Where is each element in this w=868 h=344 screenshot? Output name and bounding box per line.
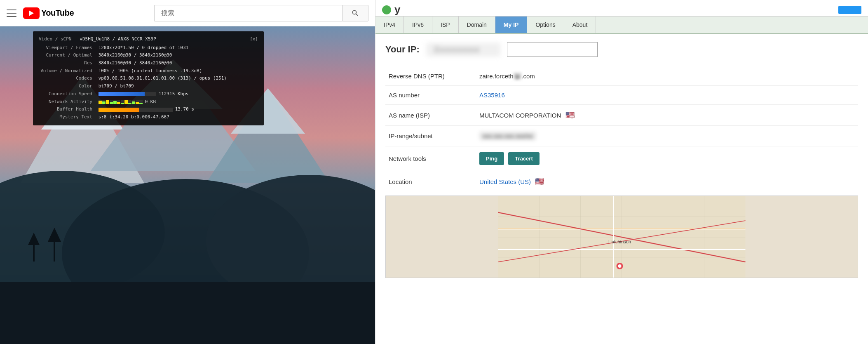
- buffer-value: 13.70 s: [175, 106, 194, 113]
- stats-row-volume: Volume / Normalized 100% / 100% (content…: [39, 67, 258, 75]
- youtube-logo-icon: [23, 7, 40, 19]
- viewport-value: 1280x720*1.50 / 0 dropped of 1031: [99, 44, 189, 52]
- network-bar-container: 0 KB: [99, 98, 156, 106]
- tab-options[interactable]: Options: [527, 16, 564, 33]
- stats-row-network: Network Activity: [39, 98, 258, 106]
- stats-videoid-value: vD5HQ_Uu1R8 / ANX8 NCCR X59P: [80, 36, 156, 42]
- youtube-logo-text: YouTube: [41, 8, 74, 18]
- network-bars: [99, 100, 143, 104]
- ping-button[interactable]: Ping: [479, 152, 504, 165]
- asnumber-value: AS35916: [476, 86, 858, 105]
- stats-row-current: Current / Optimal 3840x2160@30 / 3840x21…: [39, 52, 258, 59]
- stats-row-mystery: Mystery Text s:8 t:34.20 b:0.000-47.667: [39, 113, 258, 121]
- map-svg: Hutchinson: [386, 196, 858, 278]
- tab-domain[interactable]: Domain: [459, 16, 495, 33]
- buffer-bar-container: 13.70 s: [99, 106, 194, 113]
- map-container[interactable]: Hutchinson: [385, 196, 858, 278]
- search-icon: [351, 9, 359, 17]
- stats-title: Video / sCPN vD5HQ_Uu1R8 / ANX8 NCCR X59…: [39, 35, 156, 43]
- hamburger-menu[interactable]: [7, 9, 16, 17]
- table-row-asname: AS name (ISP) MULTACOM CORPORATION 🇺🇸: [385, 105, 858, 126]
- tab-isp[interactable]: ISP: [432, 16, 459, 33]
- buffer-bar: [99, 108, 173, 112]
- connspeed-label: Connection Speed: [39, 90, 92, 98]
- current-value: 3840x2160@30 / 3840x2160@30: [99, 52, 172, 59]
- networktools-label: Network tools: [385, 146, 476, 171]
- tab-myip[interactable]: My IP: [495, 16, 528, 33]
- us-flag-location: 🇺🇸: [535, 177, 544, 186]
- res-label: Res: [39, 59, 92, 67]
- table-row-location: Location United States (US) 🇺🇸: [385, 171, 858, 192]
- net-bar-6: [117, 100, 120, 104]
- svg-text:Hutchinson: Hutchinson: [608, 239, 631, 244]
- location-text: United States (US): [479, 178, 531, 185]
- table-row-rdns: Reverse DNS (PTR) zaire.forcethip.com: [385, 67, 858, 86]
- rdns-value: zaire.forcethip.com: [476, 67, 858, 86]
- asname-text: MULTACOM CORPORATION: [479, 112, 561, 119]
- ip-input-field[interactable]: [507, 42, 598, 57]
- search-bar: [154, 5, 368, 21]
- net-bar-8: [124, 100, 128, 104]
- network-label: Network Activity: [39, 98, 92, 106]
- networktools-value: Ping Tracert: [476, 146, 858, 171]
- svg-rect-10: [0, 282, 375, 344]
- stats-close-button[interactable]: [x]: [250, 35, 258, 43]
- color-label: Color: [39, 82, 92, 90]
- current-label: Current / Optimal: [39, 52, 92, 59]
- location-label: Location: [385, 171, 476, 192]
- net-bar-10: [132, 100, 135, 104]
- your-ip-label: Your IP:: [385, 44, 420, 55]
- tab-about[interactable]: About: [564, 16, 596, 33]
- svg-rect-13: [54, 241, 55, 262]
- net-bar-9: [128, 100, 131, 104]
- youtube-header: YouTube: [0, 0, 375, 26]
- buffer-label: Buffer Health: [39, 106, 92, 113]
- table-row-asnumber: AS number AS35916: [385, 86, 858, 105]
- svg-point-34: [618, 264, 622, 268]
- net-bar-7: [121, 100, 124, 104]
- search-button[interactable]: [342, 5, 368, 21]
- rdns-text: zaire.forcethip.com: [479, 73, 535, 80]
- ip-info-table: Reverse DNS (PTR) zaire.forcethip.com AS…: [385, 67, 858, 192]
- net-bar-3: [106, 100, 109, 104]
- codecs-label: Codecs: [39, 75, 92, 82]
- speed-bar: [99, 92, 156, 96]
- location-value: United States (US) 🇺🇸: [476, 171, 858, 192]
- iprange-blurred: xxx.xxx.xxx.xxx/xx: [479, 132, 536, 140]
- volume-label: Volume / Normalized: [39, 67, 92, 75]
- connspeed-value: 112315 Kbps: [159, 90, 189, 98]
- ip-address-blurred: 2.x.x.x.x.x.x.x: [426, 43, 500, 57]
- tab-ipv6[interactable]: IPv6: [404, 16, 432, 33]
- asnumber-label: AS number: [385, 86, 476, 105]
- speed-bar-fill: [99, 92, 145, 96]
- header-action-button[interactable]: [838, 6, 861, 14]
- search-input[interactable]: [154, 5, 342, 21]
- as-number-link[interactable]: AS35916: [479, 92, 505, 99]
- stats-row-buffer: Buffer Health 13.70 s: [39, 106, 258, 113]
- status-green-dot: [382, 5, 391, 14]
- net-bar-1: [99, 100, 102, 104]
- asname-label: AS name (ISP): [385, 105, 476, 126]
- mystery-value: s:8 t:34.20 b:0.000-47.667: [99, 113, 169, 121]
- table-row-networktools: Network tools Ping Tracert: [385, 146, 858, 171]
- stats-row-res: Res 3840x2160@30 / 3840x2160@30: [39, 59, 258, 67]
- net-bar-12: [139, 100, 143, 104]
- extension-content: Your IP: 2.x.x.x.x.x.x.x Reverse DNS (PT…: [375, 34, 868, 344]
- net-bar-5: [113, 100, 117, 104]
- net-bar-11: [136, 100, 139, 104]
- network-value: 0 KB: [145, 98, 156, 106]
- video-player[interactable]: Video / sCPN vD5HQ_Uu1R8 / ANX8 NCCR X59…: [0, 26, 375, 344]
- iprange-value: xxx.xxx.xxx.xxx/xx: [476, 126, 858, 146]
- stats-row-connspeed: Connection Speed 112315 Kbps: [39, 90, 258, 98]
- tab-ipv4[interactable]: IPv4: [375, 16, 404, 33]
- stats-row-codecs: Codecs vp09.00.51.08.01.01.01.01.00 (313…: [39, 75, 258, 82]
- res-value: 3840x2160@30 / 3840x2160@30: [99, 59, 172, 67]
- extension-tabs: IPv4 IPv6 ISP Domain My IP Options About: [375, 16, 868, 34]
- net-bar-2: [102, 100, 106, 104]
- mystery-label: Mystery Text: [39, 113, 92, 121]
- codecs-value: vp09.00.51.08.01.01.01.01.00 (313) / opu…: [99, 75, 227, 82]
- ip-extension-panel: y IPv4 IPv6 ISP Domain My IP Options Abo…: [375, 0, 868, 344]
- tracert-button[interactable]: Tracert: [508, 152, 539, 165]
- color-value: bt709 / bt709: [99, 82, 134, 90]
- viewport-label: Viewport / Frames: [39, 44, 92, 52]
